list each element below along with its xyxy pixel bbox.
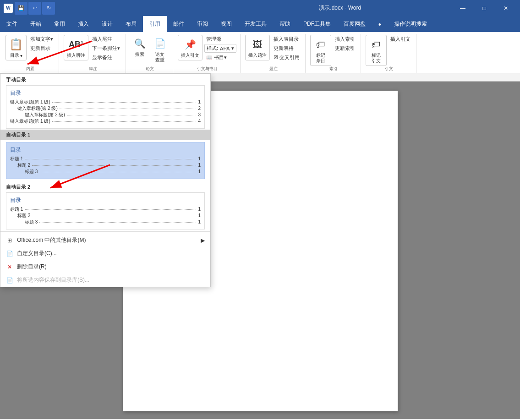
- toc-label: 目录: [10, 53, 19, 58]
- group-toc-label: 内置: [2, 66, 59, 72]
- insert-footnote-btn[interactable]: AB¹ 插入脚注: [64, 35, 88, 60]
- toc-button[interactable]: 📋 目录 ▾: [5, 35, 27, 60]
- panel-divider: [0, 231, 210, 232]
- footnote-small-group: 插入尾注 下一条脚注▾ 显示备注: [90, 35, 122, 68]
- mark-entry-label: 标记条目: [316, 53, 325, 64]
- auto-toc1-item[interactable]: 目录 标题 1 1 标题 2 1 标题 3 1: [6, 142, 205, 179]
- mark-citation-btn[interactable]: 🏷 标记引文: [366, 35, 387, 66]
- manual-entry-3: 键入章标题(第 1 级) 4: [10, 118, 201, 125]
- tab-home[interactable]: 开始: [24, 16, 48, 32]
- auto-toc2-title: 目录: [10, 196, 201, 204]
- title-bar-controls: 💾 ↩ ↻: [15, 2, 55, 15]
- auto2-entry-0: 标题 1 1: [10, 206, 201, 213]
- auto-toc2-header: 自动目录 2: [0, 181, 210, 192]
- citation-icon: 📌: [183, 37, 197, 52]
- manual-toc-item[interactable]: 目录 键入章标题(第 1 级) 1 键入章标题(第 2 级) 2 键入章标题(第…: [6, 85, 205, 129]
- group-citations2-label: 引文: [362, 66, 416, 72]
- tab-design[interactable]: 设计: [95, 16, 119, 32]
- index-small-group: 插入索引 更新索引: [333, 35, 357, 59]
- tab-mailings[interactable]: 邮件: [167, 16, 191, 32]
- tab-developer[interactable]: 开发工具: [238, 16, 273, 32]
- style-selector[interactable]: 样式: APA ▾: [204, 44, 236, 53]
- close-btn[interactable]: ✕: [495, 0, 516, 16]
- save-toc-label: 将所选内容保存到目录库(S)...: [17, 276, 89, 284]
- caption-icon: 🖼: [250, 37, 265, 52]
- mark-citation-icon: 🏷: [369, 37, 383, 52]
- add-text-btn[interactable]: 添加文字▾: [28, 35, 55, 44]
- manual-entry-2: 键入章标题(第 3 级) 3: [10, 112, 201, 118]
- insert-citation-btn[interactable]: 📌 插入引文: [178, 35, 203, 60]
- search-btn[interactable]: 🔍 搜索: [131, 35, 149, 59]
- manual-toc-header: 手动目录: [0, 74, 210, 85]
- mark-citation-label: 标记引文: [372, 53, 381, 64]
- next-footnote-btn[interactable]: 下一条脚注▾: [90, 44, 122, 53]
- remove-toc-label: 删除目录(R): [17, 263, 47, 271]
- update-table-btn[interactable]: 更新表格: [272, 44, 301, 53]
- group-caption: 🖼 插入题注 插入表目录 更新表格 ☒ 交叉引用 题注: [241, 34, 306, 73]
- group-citations2: 🏷 标记引文 插入引文 引文: [362, 34, 416, 73]
- style-arrow: ▾: [231, 45, 234, 51]
- office-toc-label: Office.com 中的其他目录(M): [17, 236, 86, 244]
- tab-baidu[interactable]: 百度网盘: [337, 16, 372, 32]
- add-text-label: 添加文字▾: [30, 36, 53, 43]
- update-toc-btn[interactable]: 更新目录: [28, 44, 55, 53]
- insert-table-figures-btn[interactable]: 插入表目录: [272, 35, 301, 44]
- paper-check-btn[interactable]: 📄 论文查重: [151, 35, 169, 64]
- bibliography-btn[interactable]: 📖 书目▾: [204, 53, 236, 62]
- group-index-label: 索引: [307, 66, 361, 72]
- remove-toc-icon: ✕: [6, 263, 13, 271]
- tab-insert[interactable]: 插入: [71, 16, 95, 32]
- citation-label: 插入引文: [181, 53, 199, 58]
- group-paper: 🔍 搜索 📄 论文查重 论文: [127, 34, 173, 73]
- maximize-btn[interactable]: □: [474, 0, 495, 16]
- save-btn[interactable]: 💾: [15, 2, 27, 15]
- window-title: 演示.docx - Word: [228, 4, 453, 12]
- group-index: 🏷 标记条目 插入索引 更新索引 索引: [307, 34, 361, 73]
- tab-view[interactable]: 视图: [214, 16, 238, 32]
- toc-dropdown-panel: 手动目录 目录 键入章标题(第 1 级) 1 键入章标题(第 2 级) 2 键入…: [0, 73, 211, 287]
- tab-help[interactable]: 帮助: [273, 16, 297, 32]
- save-toc-menu: 📄 将所选内容保存到目录库(S)...: [0, 273, 210, 287]
- tab-pdf[interactable]: PDF工具集: [297, 16, 337, 32]
- caption-small-group: 插入表目录 更新表格 ☒ 交叉引用: [272, 35, 301, 68]
- office-toc-arrow: ▶: [201, 237, 205, 244]
- insert-index-btn[interactable]: 插入索引: [333, 35, 357, 44]
- insert-endnote-btn[interactable]: 插入尾注: [90, 35, 122, 44]
- group-footnote-label: 脚注: [60, 66, 126, 72]
- group-toc: 📋 目录 ▾ 添加文字▾ 更新目录 内置: [2, 34, 59, 73]
- insert-index-label: 插入索引: [335, 36, 355, 43]
- tab-review[interactable]: 审阅: [191, 16, 214, 32]
- cross-ref-label: ☒ 交叉引用: [274, 54, 300, 61]
- group-citations-label: 引文与书目: [174, 66, 240, 72]
- mark-entry-btn[interactable]: 🏷 标记条目: [310, 35, 331, 66]
- tab-diamond[interactable]: ♦: [372, 16, 388, 32]
- office-toc-menu[interactable]: ⊞ Office.com 中的其他目录(M) ▶: [0, 234, 210, 247]
- footnote-icon: AB¹: [69, 37, 83, 52]
- toc-small-group: 添加文字▾ 更新目录: [28, 35, 55, 59]
- save-toc-icon: 📄: [6, 277, 13, 284]
- update-table-label: 更新表格: [274, 45, 294, 52]
- tab-references[interactable]: 引用: [143, 16, 167, 32]
- title-bar: W 💾 ↩ ↻ 演示.docx - Word — □ ✕: [0, 0, 520, 16]
- cross-ref-btn[interactable]: ☒ 交叉引用: [272, 53, 301, 62]
- update-index-btn[interactable]: 更新索引: [333, 44, 357, 53]
- tab-layout[interactable]: 布局: [119, 16, 143, 32]
- minimize-btn[interactable]: —: [452, 0, 473, 16]
- insert-table-auth-btn[interactable]: 插入引文: [389, 35, 412, 44]
- tab-search[interactable]: 操作说明搜索: [388, 16, 433, 32]
- undo-btn[interactable]: ↩: [28, 2, 41, 15]
- redo-btn[interactable]: ↻: [42, 2, 55, 15]
- tab-common[interactable]: 常用: [48, 16, 71, 32]
- remove-toc-menu[interactable]: ✕ 删除目录(R): [0, 260, 210, 273]
- tab-file[interactable]: 文件: [0, 16, 24, 32]
- insert-caption-btn[interactable]: 🖼 插入题注: [245, 35, 270, 60]
- group-footnote: AB¹ 插入脚注 插入尾注 下一条脚注▾ 显示备注 脚注: [60, 34, 126, 73]
- auto1-entry-0: 标题 1 1: [10, 156, 201, 162]
- citations2-small-group: 插入引文: [389, 35, 412, 50]
- update-toc-label: 更新目录: [30, 45, 50, 52]
- group-citations: 📌 插入引文 管理源 样式: APA ▾ 📖 书目▾ 引文与书目: [174, 34, 241, 73]
- manage-sources-btn[interactable]: 管理源: [204, 35, 236, 44]
- auto-toc2-item[interactable]: 目录 标题 1 1 标题 2 1 标题 3 1: [6, 192, 205, 229]
- show-notes-btn[interactable]: 显示备注: [90, 53, 122, 62]
- custom-toc-menu[interactable]: 📄 自定义目录(C)...: [0, 247, 210, 260]
